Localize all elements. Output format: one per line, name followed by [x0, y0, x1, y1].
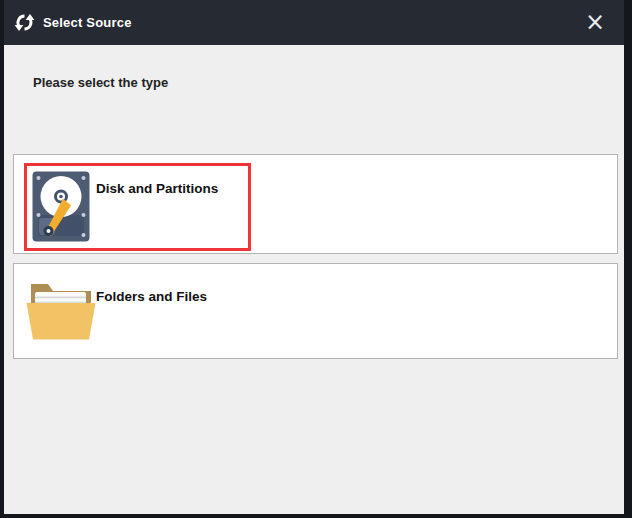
option-disk-and-partitions[interactable]: Disk and Partitions [13, 154, 618, 254]
option-label: Disk and Partitions [96, 181, 218, 196]
hard-disk-icon [32, 171, 90, 242]
folder-icon [26, 276, 96, 342]
select-source-dialog: Select Source × Please select the type [4, 0, 624, 514]
dialog-titlebar: Select Source × [4, 0, 624, 45]
close-button[interactable]: × [578, 0, 612, 45]
sync-arrows-logo-icon [14, 12, 35, 33]
prompt-text: Please select the type [33, 75, 168, 90]
option-label: Folders and Files [96, 289, 207, 304]
screen: Select Source × Please select the type [0, 0, 632, 518]
option-folders-and-files[interactable]: Folders and Files [13, 263, 618, 359]
dialog-body: Please select the type [4, 45, 624, 514]
dialog-title: Select Source [43, 15, 132, 30]
